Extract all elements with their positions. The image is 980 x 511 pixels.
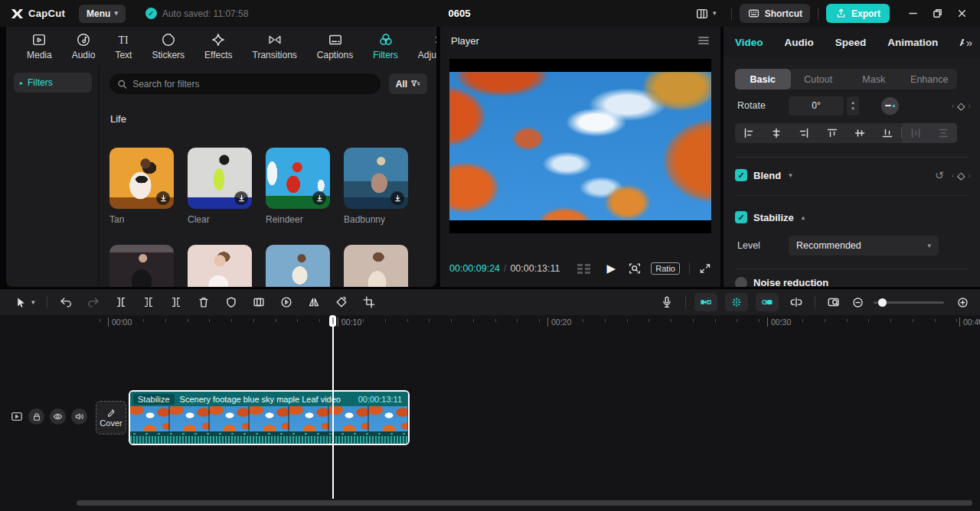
restore-button[interactable] [926, 3, 948, 24]
link-clips-toggle[interactable] [756, 293, 779, 311]
undo-button[interactable] [52, 295, 80, 309]
filter-item[interactable] [344, 245, 408, 287]
cover-button[interactable]: Cover [96, 401, 126, 435]
distribute-horizontal-icon[interactable] [902, 128, 929, 138]
filter-thumbnail[interactable] [344, 148, 408, 209]
delete-button[interactable] [190, 295, 217, 309]
next-keyframe-icon[interactable]: › [968, 171, 971, 180]
align-top-icon[interactable] [818, 128, 846, 138]
filter-category-all-button[interactable]: All [389, 73, 427, 94]
align-bottom-icon[interactable] [874, 128, 901, 138]
delete-left-button[interactable] [135, 295, 162, 309]
rotate-stepper[interactable]: ▴▾ [847, 96, 859, 116]
prev-keyframe-icon[interactable]: ‹ [952, 171, 955, 180]
horizontal-scrollbar[interactable] [77, 500, 972, 506]
noise-reduction-checkbox[interactable] [735, 277, 747, 287]
main-track-magnet-toggle[interactable] [725, 293, 748, 311]
filter-item-badbunny[interactable]: Badbunny [344, 148, 408, 225]
tab-adjustment[interactable]: Adjustment [408, 32, 436, 60]
zoom-in-button[interactable] [950, 296, 972, 309]
filter-item-tan[interactable]: Tan [109, 148, 174, 225]
align-center-horizontal-icon[interactable] [763, 128, 790, 138]
tab-clipped[interactable]: A [959, 37, 964, 48]
zoom-out-button[interactable] [848, 296, 867, 309]
reset-icon[interactable]: ↺ [935, 169, 944, 181]
filter-thumbnail[interactable] [266, 148, 330, 209]
tab-speed[interactable]: Speed [835, 37, 867, 48]
filter-item[interactable] [188, 245, 252, 287]
filter-item-reindeer[interactable]: Reindeer [266, 148, 330, 225]
hide-track-button[interactable] [50, 408, 66, 425]
player-menu-icon[interactable] [697, 35, 710, 46]
filter-thumbnail[interactable] [188, 245, 252, 287]
align-right-icon[interactable] [790, 128, 818, 138]
minimize-button[interactable] [902, 3, 923, 24]
zoom-slider-handle[interactable] [878, 298, 887, 307]
smart-zoom-icon[interactable] [628, 262, 642, 275]
auto-ripple-toggle[interactable] [694, 293, 717, 311]
keyframe-icon[interactable]: ◇ [957, 100, 965, 112]
filter-search[interactable] [109, 73, 381, 94]
menu-button[interactable]: Menu▾ [79, 5, 126, 23]
playhead[interactable] [329, 315, 336, 499]
prev-keyframe-icon[interactable]: ‹ [952, 101, 955, 110]
tab-audio[interactable]: Audio [62, 32, 106, 60]
preview-quality-icon[interactable] [577, 264, 590, 274]
shortcut-button[interactable]: Shortcut [740, 4, 810, 23]
more-tabs-chevron-icon[interactable]: » [966, 36, 972, 49]
align-center-vertical-icon[interactable] [846, 128, 874, 138]
tab-audio-inspector[interactable]: Audio [785, 37, 814, 48]
rotate-button[interactable] [328, 295, 355, 309]
mirror-button[interactable] [300, 295, 328, 309]
tab-video[interactable]: Video [735, 37, 763, 48]
select-tool-button[interactable]: ▾ [8, 296, 42, 309]
subtab-enhance[interactable]: Enhance [902, 69, 958, 90]
search-input[interactable] [132, 79, 373, 90]
mute-track-button[interactable] [71, 408, 87, 425]
distribute-vertical-icon[interactable] [929, 128, 957, 138]
tab-media[interactable]: Media [17, 32, 62, 60]
playhead-handle[interactable] [329, 315, 336, 327]
chevron-up-icon[interactable]: ▴ [802, 213, 805, 221]
tab-effects[interactable]: Effects [194, 32, 242, 60]
level-select[interactable]: Recommended ▾ [789, 236, 939, 255]
delete-right-button[interactable] [162, 295, 190, 309]
chevron-down-icon[interactable]: ▾ [789, 171, 792, 179]
timeline-ruler[interactable]: 00:00 00:10 00:20 00:30 00:40 [0, 315, 980, 332]
lock-track-button[interactable] [28, 408, 44, 425]
filter-thumbnail[interactable] [109, 148, 174, 209]
redo-button[interactable] [80, 295, 107, 309]
unlink-preview-button[interactable] [782, 295, 810, 309]
filter-thumbnail[interactable] [266, 245, 330, 287]
subtab-cutout[interactable]: Cutout [791, 69, 847, 90]
subtab-mask[interactable]: Mask [846, 69, 902, 90]
align-left-icon[interactable] [735, 128, 763, 138]
tab-text[interactable]: TI Text [105, 32, 142, 60]
tab-filters[interactable]: Filters [363, 32, 408, 60]
filter-item[interactable] [109, 245, 174, 287]
close-button[interactable] [951, 3, 972, 24]
workspace-layout-button[interactable]: ▾ [688, 7, 724, 21]
preview-axis-button[interactable] [820, 295, 848, 309]
split-button[interactable] [107, 295, 135, 309]
play-button[interactable]: ▶ [607, 262, 616, 275]
overlay-button[interactable] [245, 295, 273, 309]
stabilize-checkbox[interactable]: ✓ [735, 211, 747, 223]
tab-animation[interactable]: Animation [887, 37, 938, 48]
filter-thumbnail[interactable] [344, 245, 408, 287]
next-keyframe-icon[interactable]: › [968, 101, 971, 110]
timeline[interactable]: 00:00 00:10 00:20 00:30 00:40 Cover Stab… [0, 315, 980, 511]
export-button[interactable]: Export [826, 4, 890, 23]
tab-stickers[interactable]: Stickers [142, 32, 194, 60]
ratio-button[interactable]: Ratio [651, 262, 680, 275]
rotate-dial[interactable] [881, 97, 899, 115]
speed-button[interactable] [273, 295, 300, 309]
video-preview[interactable] [449, 72, 711, 220]
subtab-basic[interactable]: Basic [735, 69, 791, 90]
tab-captions[interactable]: Captions [307, 32, 363, 60]
blend-checkbox[interactable]: ✓ [735, 169, 747, 181]
record-voiceover-button[interactable] [653, 295, 681, 309]
video-clip[interactable]: Stabilize Scenery footage blue sky maple… [129, 390, 410, 445]
filter-item-clear[interactable]: Clear [188, 148, 252, 225]
mask-button[interactable] [217, 295, 245, 309]
